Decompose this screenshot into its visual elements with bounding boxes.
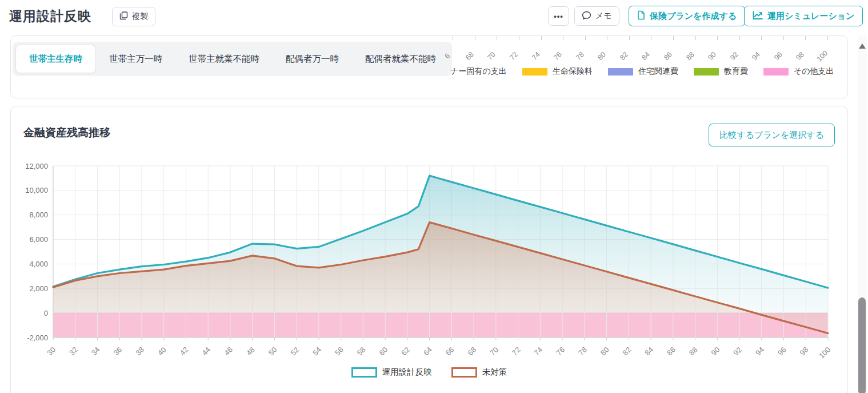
upper-axis-tick	[739, 36, 740, 40]
x-axis-label: 76	[554, 346, 566, 358]
upper-legend-item: 生命保険料	[522, 66, 593, 77]
copy-icon	[119, 11, 128, 22]
upper-x-label: 96	[769, 46, 788, 66]
upper-x-label: 100	[813, 46, 832, 66]
y-axis-label: 2,000	[29, 284, 48, 293]
upper-x-label: 80	[592, 46, 611, 66]
upper-x-label: 90	[702, 46, 722, 66]
scenario-tab-0[interactable]: 世帯主生存時	[15, 45, 96, 73]
legend-label: 教育費	[724, 66, 748, 77]
x-axis-label: 56	[333, 346, 345, 358]
upper-x-label: 88	[681, 46, 700, 66]
upper-axis-tick	[805, 36, 806, 40]
memo-button[interactable]: メモ	[574, 6, 619, 26]
line-chart-icon	[753, 11, 763, 22]
legend-swatch-icon	[608, 68, 633, 76]
compare-plan-button[interactable]: 比較するプランを選択する	[709, 124, 835, 146]
x-axis-label: 54	[311, 346, 323, 358]
y-axis-label: 12,000	[25, 162, 48, 170]
y-axis-label: 4,000	[29, 260, 48, 268]
scenario-tab-3[interactable]: 配偶者万一時	[273, 45, 352, 73]
y-axis-label: 6,000	[29, 235, 48, 244]
vertical-scrollbar	[858, 35, 867, 393]
scroll-up-arrow-icon[interactable]	[859, 43, 866, 49]
upper-x-label: 94	[746, 46, 766, 66]
x-axis-label: 66	[444, 346, 456, 358]
x-axis-label: 42	[178, 346, 190, 358]
x-axis-label: 70	[488, 346, 500, 358]
create-insurance-plan-button[interactable]: 保険プランを作成する	[629, 6, 745, 26]
upper-legend-item: 教育費	[694, 66, 748, 77]
x-axis-label: 52	[289, 346, 301, 358]
upper-x-label: 76	[548, 46, 567, 66]
asset-legend-item-1: 未対策	[451, 367, 507, 378]
upper-x-label: 74	[526, 46, 546, 66]
upper-axis-tick	[519, 36, 519, 40]
x-axis-label: 44	[200, 346, 212, 358]
x-axis-label: 96	[776, 346, 788, 358]
negative-zone-band	[53, 313, 828, 338]
x-axis-label: 38	[134, 346, 146, 358]
asset-legend-item-0: 運用設計反映	[351, 367, 432, 378]
upper-x-label: 78	[570, 46, 590, 66]
upper-legend-item: その他支出	[763, 66, 834, 77]
x-axis-label: 88	[687, 346, 699, 358]
upper-axis-tick	[717, 36, 718, 40]
upper-axis-tick	[761, 36, 762, 40]
scrollbar-thumb[interactable]	[858, 297, 866, 393]
upper-x-label: 68	[460, 46, 479, 66]
ellipsis-icon: •••	[554, 13, 563, 20]
x-axis-label: 62	[399, 346, 411, 358]
upper-x-label: 84	[636, 46, 655, 66]
x-axis-label: 94	[754, 346, 766, 358]
upper-x-label: 72	[504, 46, 523, 66]
y-axis-label: 8,000	[29, 211, 48, 219]
duplicate-button[interactable]: 複製	[112, 7, 155, 26]
upper-axis-tick	[629, 36, 630, 40]
header: 運用設計反映 複製 ••• メモ 保険プランを作成する 運用シミュレーション	[0, 0, 868, 34]
upper-legend-item: 住宅関連費	[608, 66, 678, 77]
y-axis-label: 0	[44, 309, 48, 317]
legend-label: 住宅関連費	[638, 66, 678, 77]
scenario-tabbar: 世帯主生存時世帯主万一時世帯主就業不能時配偶者万一時配偶者就業不能時	[13, 42, 452, 76]
x-axis-label: 78	[577, 346, 589, 358]
x-axis-label: 86	[665, 346, 677, 358]
legend-label: 運用設計反映	[382, 367, 432, 378]
more-button[interactable]: •••	[548, 6, 569, 26]
upper-axis-tick	[563, 36, 563, 40]
x-axis-label: 58	[355, 346, 367, 358]
simulation-button[interactable]: 運用シミュレーション	[744, 6, 863, 26]
asset-chart-svg: 12,00010,0008,0006,0004,0002,0000-2,0003…	[14, 160, 843, 370]
y-axis-label: -2,000	[27, 334, 48, 342]
legend-label: ナー固有の支出	[450, 66, 507, 77]
scenario-tab-4[interactable]: 配偶者就業不能時	[352, 45, 449, 73]
upper-x-label: 82	[614, 46, 634, 66]
upper-legend-item: ナー固有の支出	[450, 66, 507, 77]
x-axis-label: 34	[90, 346, 102, 358]
upper-axis-tick	[607, 36, 607, 40]
upper-axis-tick	[827, 36, 828, 40]
x-axis-label: 30	[45, 346, 57, 358]
upper-chart-legend: ナー固有の支出生命保険料住宅関連費教育費その他支出	[450, 66, 834, 77]
scenario-tab-1[interactable]: 世帯主万一時	[96, 45, 175, 73]
x-axis-label: 48	[245, 346, 257, 358]
speech-bubble-icon	[582, 11, 591, 22]
scenario-tab-2[interactable]: 世帯主就業不能時	[175, 45, 273, 73]
x-axis-label: 40	[156, 346, 168, 358]
upper-axis-tick	[783, 36, 784, 40]
legend-swatch-icon	[351, 367, 377, 378]
upper-axis-tick	[673, 36, 674, 40]
upper-axis-tick	[695, 36, 696, 40]
upper-axis-tick	[541, 36, 542, 40]
legend-swatch-icon	[451, 367, 477, 378]
legend-label: 生命保険料	[553, 66, 593, 77]
upper-axis-tick	[475, 36, 475, 40]
x-axis-label: 98	[798, 346, 810, 358]
x-axis-label: 100	[817, 346, 832, 360]
x-axis-label: 92	[731, 346, 743, 358]
x-axis-label: 46	[222, 346, 234, 358]
x-axis-label: 90	[710, 346, 722, 358]
asset-chart: 12,00010,0008,0006,0004,0002,0000-2,0003…	[14, 160, 843, 370]
legend-swatch-icon	[694, 68, 719, 76]
x-axis-label: 50	[267, 346, 279, 358]
